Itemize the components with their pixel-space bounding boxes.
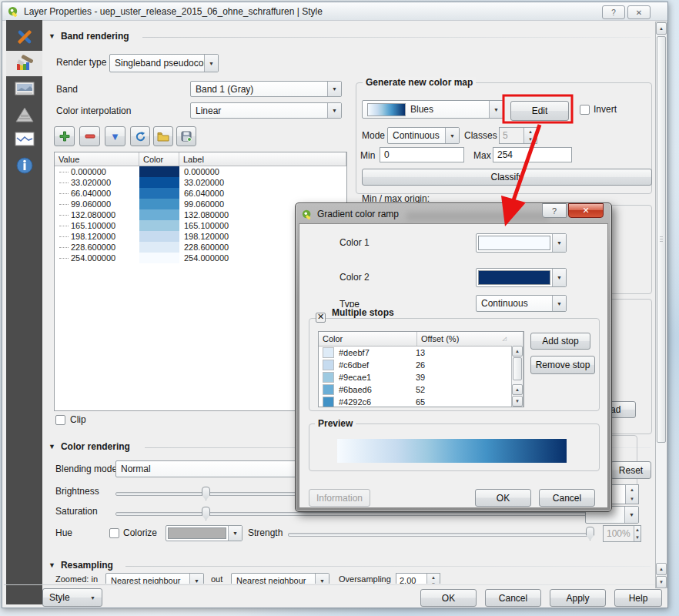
- spin-up-icon[interactable]: ▲: [626, 485, 638, 494]
- stop-row[interactable]: #deebf713: [319, 346, 523, 359]
- mode-combo[interactable]: Continuous ▼: [387, 127, 460, 144]
- render-type-combo[interactable]: Singleband pseudocolor ▼: [109, 54, 219, 72]
- color-cell[interactable]: [139, 253, 179, 263]
- classes-spinner[interactable]: 5 ▲▼: [499, 127, 537, 144]
- stops-offset-header[interactable]: Offset (%) ◿: [417, 332, 523, 346]
- dialog-ok-button[interactable]: OK: [475, 489, 531, 507]
- spin-down-icon[interactable]: ▼: [524, 136, 537, 143]
- cancel-button[interactable]: Cancel: [485, 589, 541, 607]
- color-cell[interactable]: [139, 231, 179, 242]
- window-help-button[interactable]: ?: [602, 5, 625, 19]
- value-table-header[interactable]: Value Color Label: [55, 152, 346, 166]
- spin-down-icon[interactable]: ▼: [634, 534, 641, 541]
- stops-table[interactable]: Color Offset (%) ◿ #deebf713#c6dbef26#9e…: [318, 331, 524, 407]
- save-color-map-button[interactable]: [176, 126, 196, 146]
- invert-checkbox[interactable]: [580, 105, 590, 115]
- sidebar-item-general[interactable]: [6, 24, 42, 49]
- resampling-header[interactable]: ▼ Resampling: [48, 560, 113, 571]
- add-stop-button[interactable]: Add stop: [530, 333, 590, 350]
- spin-down-icon[interactable]: ▼: [626, 494, 638, 504]
- band-combo[interactable]: Band 1 (Gray) ▼: [190, 81, 342, 97]
- reset-button[interactable]: Reset: [610, 461, 651, 479]
- spin-up-icon[interactable]: ▲: [634, 526, 641, 534]
- ok-button[interactable]: OK: [420, 589, 477, 607]
- label-column-header[interactable]: Label: [179, 152, 346, 166]
- saturation-slider[interactable]: [115, 512, 593, 516]
- scroll-up-icon[interactable]: ▲: [656, 563, 667, 575]
- dialog-cancel-button[interactable]: Cancel: [539, 489, 595, 507]
- sidebar-item-transparency[interactable]: [6, 77, 42, 102]
- stop-row[interactable]: #9ecae139: [319, 371, 523, 383]
- min-input[interactable]: 0: [380, 147, 464, 162]
- saturation-slider-thumb[interactable]: [202, 507, 210, 521]
- color1-button[interactable]: ▼: [476, 233, 567, 253]
- classify-button[interactable]: Classify: [362, 169, 652, 186]
- strength-slider-thumb[interactable]: [586, 527, 594, 541]
- colorize-checkbox[interactable]: [109, 528, 119, 538]
- sidebar-item-metadata[interactable]: [6, 152, 42, 178]
- stop-row[interactable]: #4292c665: [319, 396, 523, 407]
- add-value-button[interactable]: [54, 126, 75, 146]
- color-cell[interactable]: [139, 166, 179, 177]
- stops-scrollbar[interactable]: ▲ ▲ ▼: [511, 346, 523, 407]
- color-cell[interactable]: [139, 242, 179, 253]
- strength-slider[interactable]: [288, 533, 594, 537]
- edit-ramp-button[interactable]: Edit: [510, 101, 569, 121]
- oversampling-spinner[interactable]: 2.00 ▲▼: [396, 573, 440, 584]
- color-column-header[interactable]: Color: [139, 152, 179, 166]
- max-input[interactable]: 254: [493, 147, 572, 162]
- apply-button[interactable]: Apply: [550, 589, 606, 607]
- color-ramp-combo[interactable]: Blues ▼: [362, 100, 503, 119]
- table-row[interactable]: 33.02000033.020000: [55, 177, 346, 188]
- information-button[interactable]: Information: [309, 489, 370, 507]
- multiple-stops-checkbox[interactable]: [316, 313, 326, 323]
- clip-checkbox[interactable]: [55, 415, 65, 425]
- scroll-down-icon[interactable]: ▼: [656, 576, 667, 588]
- stops-table-header[interactable]: Color Offset (%) ◿: [319, 332, 523, 346]
- sidebar-item-pyramids[interactable]: [6, 102, 42, 127]
- gradient-dialog-close-button[interactable]: ✕: [568, 203, 604, 218]
- refresh-values-button[interactable]: [130, 126, 150, 146]
- scroll-up-icon[interactable]: ▲: [656, 22, 667, 35]
- zoomed-in-combo[interactable]: Nearest neighbour ▼: [105, 573, 204, 584]
- stops-color-header[interactable]: Color: [319, 332, 417, 346]
- color-rendering-header[interactable]: ▼ Color rendering: [48, 441, 130, 452]
- main-scrollbar-thumb[interactable]: [657, 36, 666, 443]
- scroll-up-icon[interactable]: ▲: [512, 346, 523, 357]
- band-rendering-header[interactable]: ▼ Band rendering: [48, 31, 129, 42]
- sort-values-button[interactable]: ▼: [105, 126, 125, 146]
- load-color-map-button[interactable]: [153, 126, 173, 146]
- gradient-dialog-help-button[interactable]: ?: [542, 203, 567, 218]
- color-cell[interactable]: [139, 177, 179, 188]
- color-interpolation-combo[interactable]: Linear ▼: [190, 102, 342, 119]
- remove-stop-button[interactable]: Remove stop: [530, 356, 595, 374]
- colorize-color-button[interactable]: ▼: [166, 525, 242, 541]
- value-column-header[interactable]: Value: [55, 152, 139, 166]
- stop-row[interactable]: #c6dbef26: [319, 359, 523, 371]
- spin-up-icon[interactable]: ▲: [524, 128, 537, 136]
- brightness-slider-thumb[interactable]: [202, 487, 210, 500]
- color2-button[interactable]: ▼: [476, 268, 567, 287]
- help-button[interactable]: Help: [614, 589, 662, 607]
- color-cell[interactable]: [139, 188, 179, 199]
- color-cell[interactable]: [139, 220, 179, 231]
- sidebar-item-histogram[interactable]: [6, 126, 42, 152]
- table-row[interactable]: 66.04000066.040000: [55, 188, 346, 199]
- table-row[interactable]: 0.0000000.000000: [55, 166, 346, 177]
- sidebar-item-style[interactable]: [6, 51, 42, 76]
- stops-scrollbar-thumb[interactable]: [513, 357, 522, 380]
- strength-spinner[interactable]: 100% ▲▼: [603, 525, 641, 542]
- window-titlebar[interactable]: Layer Properties - uep_uster_release_201…: [2, 2, 667, 21]
- stop-row[interactable]: #6baed652: [319, 383, 523, 396]
- spin-down-icon[interactable]: ▼: [427, 581, 440, 584]
- spin-up-icon[interactable]: ▲: [427, 574, 440, 581]
- style-menu-button[interactable]: Style ▼: [42, 588, 102, 607]
- color-cell[interactable]: [139, 209, 179, 220]
- scroll-down-icon[interactable]: ▼: [512, 396, 523, 407]
- window-close-button[interactable]: ✕: [627, 5, 651, 19]
- type-combo[interactable]: Continuous ▼: [476, 295, 567, 312]
- scroll-up-icon[interactable]: ▲: [512, 384, 523, 395]
- color-cell[interactable]: [139, 199, 179, 209]
- zoomed-out-combo[interactable]: Nearest neighbour ▼: [231, 573, 329, 584]
- remove-value-button[interactable]: [79, 126, 100, 146]
